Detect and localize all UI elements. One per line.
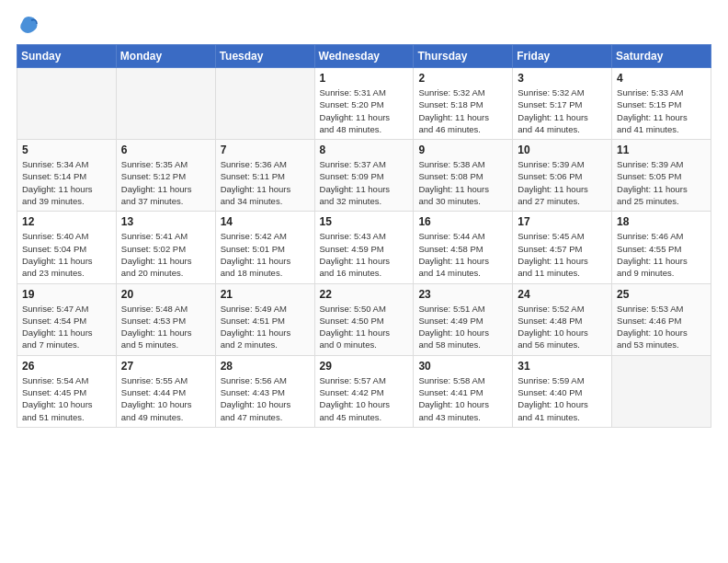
day-header-monday: Monday [116, 45, 215, 68]
calendar-cell [17, 68, 117, 140]
day-number: 9 [418, 144, 507, 156]
calendar-cell: 31Sunrise: 5:59 AM Sunset: 4:40 PM Dayli… [513, 355, 612, 427]
calendar-cell [215, 68, 314, 140]
day-info: Sunrise: 5:49 AM Sunset: 4:51 PM Dayligh… [221, 303, 310, 351]
calendar-cell: 21Sunrise: 5:49 AM Sunset: 4:51 PM Dayli… [215, 283, 314, 355]
calendar-cell: 28Sunrise: 5:56 AM Sunset: 4:43 PM Dayli… [215, 355, 314, 427]
day-info: Sunrise: 5:52 AM Sunset: 4:48 PM Dayligh… [518, 303, 607, 351]
day-info: Sunrise: 5:39 AM Sunset: 5:06 PM Dayligh… [518, 158, 607, 207]
calendar-cell: 7Sunrise: 5:36 AM Sunset: 5:11 PM Daylig… [215, 140, 314, 212]
calendar-cell: 8Sunrise: 5:37 AM Sunset: 5:09 PM Daylig… [314, 140, 414, 212]
day-info: Sunrise: 5:33 AM Sunset: 5:15 PM Dayligh… [617, 86, 706, 135]
calendar-cell: 3Sunrise: 5:32 AM Sunset: 5:17 PM Daylig… [513, 68, 612, 140]
week-row-4: 19Sunrise: 5:47 AM Sunset: 4:54 PM Dayli… [17, 283, 711, 355]
day-info: Sunrise: 5:55 AM Sunset: 4:44 PM Dayligh… [121, 374, 210, 423]
day-info: Sunrise: 5:38 AM Sunset: 5:08 PM Dayligh… [418, 158, 507, 207]
day-number: 11 [617, 144, 706, 156]
day-info: Sunrise: 5:47 AM Sunset: 4:54 PM Dayligh… [22, 303, 111, 351]
day-number: 12 [22, 215, 111, 228]
calendar-cell: 29Sunrise: 5:57 AM Sunset: 4:42 PM Dayli… [314, 355, 414, 427]
day-number: 1 [320, 72, 409, 85]
day-number: 5 [22, 144, 111, 156]
day-info: Sunrise: 5:44 AM Sunset: 4:58 PM Dayligh… [418, 230, 507, 279]
day-info: Sunrise: 5:37 AM Sunset: 5:09 PM Dayligh… [320, 158, 409, 207]
week-row-2: 5Sunrise: 5:34 AM Sunset: 5:14 PM Daylig… [17, 140, 711, 212]
day-info: Sunrise: 5:42 AM Sunset: 5:01 PM Dayligh… [221, 230, 310, 279]
day-info: Sunrise: 5:43 AM Sunset: 4:59 PM Dayligh… [320, 230, 409, 279]
day-number: 27 [121, 360, 210, 373]
day-number: 10 [518, 144, 607, 156]
day-number: 14 [221, 215, 310, 228]
day-number: 16 [418, 215, 507, 228]
day-info: Sunrise: 5:54 AM Sunset: 4:45 PM Dayligh… [22, 374, 111, 423]
day-number: 26 [22, 360, 111, 373]
day-info: Sunrise: 5:31 AM Sunset: 5:20 PM Dayligh… [320, 86, 409, 135]
calendar-cell: 26Sunrise: 5:54 AM Sunset: 4:45 PM Dayli… [17, 355, 117, 427]
calendar-cell: 18Sunrise: 5:46 AM Sunset: 4:55 PM Dayli… [612, 212, 711, 283]
day-number: 8 [320, 144, 409, 156]
day-info: Sunrise: 5:58 AM Sunset: 4:41 PM Dayligh… [418, 374, 507, 423]
day-number: 21 [221, 288, 310, 301]
day-number: 6 [121, 144, 210, 156]
day-number: 25 [617, 288, 706, 301]
week-row-1: 1Sunrise: 5:31 AM Sunset: 5:20 PM Daylig… [17, 68, 711, 140]
day-info: Sunrise: 5:39 AM Sunset: 5:05 PM Dayligh… [617, 158, 706, 207]
day-info: Sunrise: 5:34 AM Sunset: 5:14 PM Dayligh… [22, 158, 111, 207]
day-info: Sunrise: 5:32 AM Sunset: 5:17 PM Dayligh… [518, 86, 607, 135]
day-info: Sunrise: 5:35 AM Sunset: 5:12 PM Dayligh… [121, 158, 210, 207]
calendar-cell: 13Sunrise: 5:41 AM Sunset: 5:02 PM Dayli… [116, 212, 215, 283]
calendar-cell: 22Sunrise: 5:50 AM Sunset: 4:50 PM Dayli… [314, 283, 414, 355]
calendar-cell [612, 355, 711, 427]
week-row-3: 12Sunrise: 5:40 AM Sunset: 5:04 PM Dayli… [17, 212, 711, 283]
day-info: Sunrise: 5:36 AM Sunset: 5:11 PM Dayligh… [221, 158, 310, 207]
day-number: 31 [518, 360, 607, 373]
day-number: 18 [617, 215, 706, 228]
day-info: Sunrise: 5:57 AM Sunset: 4:42 PM Dayligh… [320, 374, 409, 423]
calendar-container: SundayMondayTuesdayWednesdayThursdayFrid… [0, 0, 728, 437]
day-info: Sunrise: 5:59 AM Sunset: 4:40 PM Dayligh… [518, 374, 607, 423]
calendar-cell: 1Sunrise: 5:31 AM Sunset: 5:20 PM Daylig… [314, 68, 414, 140]
day-info: Sunrise: 5:50 AM Sunset: 4:50 PM Dayligh… [320, 303, 409, 351]
calendar-cell: 19Sunrise: 5:47 AM Sunset: 4:54 PM Dayli… [17, 283, 117, 355]
day-number: 7 [221, 144, 310, 156]
logo [17, 17, 39, 35]
day-info: Sunrise: 5:56 AM Sunset: 4:43 PM Dayligh… [221, 374, 310, 423]
day-number: 4 [617, 72, 706, 85]
day-info: Sunrise: 5:48 AM Sunset: 4:53 PM Dayligh… [121, 303, 210, 351]
day-header-thursday: Thursday [414, 45, 513, 68]
calendar-cell: 17Sunrise: 5:45 AM Sunset: 4:57 PM Dayli… [513, 212, 612, 283]
calendar-cell: 5Sunrise: 5:34 AM Sunset: 5:14 PM Daylig… [17, 140, 117, 212]
day-header-saturday: Saturday [612, 45, 711, 68]
day-number: 30 [418, 360, 507, 373]
calendar-cell: 11Sunrise: 5:39 AM Sunset: 5:05 PM Dayli… [612, 140, 711, 212]
calendar-cell: 14Sunrise: 5:42 AM Sunset: 5:01 PM Dayli… [215, 212, 314, 283]
day-number: 22 [320, 288, 409, 301]
day-number: 20 [121, 288, 210, 301]
calendar-cell: 23Sunrise: 5:51 AM Sunset: 4:49 PM Dayli… [414, 283, 513, 355]
calendar-cell: 20Sunrise: 5:48 AM Sunset: 4:53 PM Dayli… [116, 283, 215, 355]
day-number: 24 [518, 288, 607, 301]
calendar-cell: 4Sunrise: 5:33 AM Sunset: 5:15 PM Daylig… [612, 68, 711, 140]
day-number: 15 [320, 215, 409, 228]
day-info: Sunrise: 5:46 AM Sunset: 4:55 PM Dayligh… [617, 230, 706, 279]
calendar-cell [116, 68, 215, 140]
calendar-cell: 12Sunrise: 5:40 AM Sunset: 5:04 PM Dayli… [17, 212, 117, 283]
calendar-cell: 25Sunrise: 5:53 AM Sunset: 4:46 PM Dayli… [612, 283, 711, 355]
calendar-header-row: SundayMondayTuesdayWednesdayThursdayFrid… [17, 45, 711, 68]
day-header-wednesday: Wednesday [314, 45, 414, 68]
calendar-cell: 10Sunrise: 5:39 AM Sunset: 5:06 PM Dayli… [513, 140, 612, 212]
day-number: 29 [320, 360, 409, 373]
calendar-cell: 27Sunrise: 5:55 AM Sunset: 4:44 PM Dayli… [116, 355, 215, 427]
day-header-sunday: Sunday [17, 45, 117, 68]
day-number: 23 [418, 288, 507, 301]
calendar-cell: 15Sunrise: 5:43 AM Sunset: 4:59 PM Dayli… [314, 212, 414, 283]
calendar-cell: 30Sunrise: 5:58 AM Sunset: 4:41 PM Dayli… [414, 355, 513, 427]
day-info: Sunrise: 5:40 AM Sunset: 5:04 PM Dayligh… [22, 230, 111, 279]
logo-icon [18, 15, 39, 35]
day-info: Sunrise: 5:45 AM Sunset: 4:57 PM Dayligh… [518, 230, 607, 279]
calendar-cell: 6Sunrise: 5:35 AM Sunset: 5:12 PM Daylig… [116, 140, 215, 212]
calendar-cell: 2Sunrise: 5:32 AM Sunset: 5:18 PM Daylig… [414, 68, 513, 140]
day-number: 2 [418, 72, 507, 85]
day-number: 19 [22, 288, 111, 301]
day-info: Sunrise: 5:51 AM Sunset: 4:49 PM Dayligh… [418, 303, 507, 351]
